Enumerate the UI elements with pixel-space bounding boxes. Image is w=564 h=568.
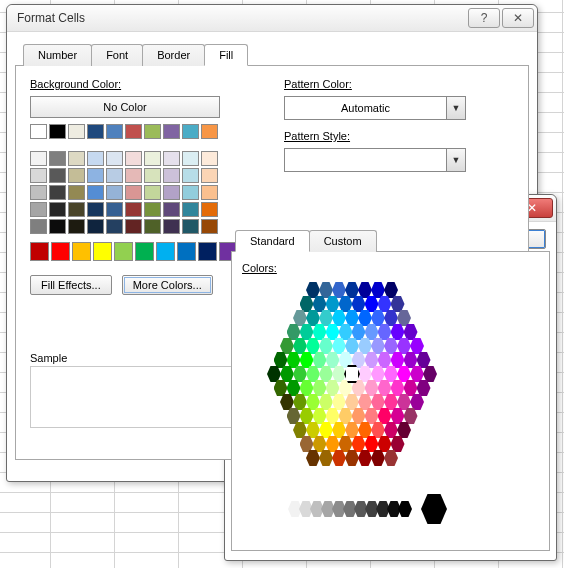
hex-swatch[interactable] [332,394,346,410]
color-swatch[interactable] [106,219,123,234]
color-swatch[interactable] [135,242,154,261]
hex-swatch[interactable] [287,408,301,424]
hex-swatch[interactable] [313,436,327,452]
hex-swatch[interactable] [410,394,424,410]
hex-swatch[interactable] [404,408,418,424]
fill-effects-button[interactable]: Fill Effects... [30,275,112,295]
hex-swatch[interactable] [358,338,372,354]
color-swatch[interactable] [177,242,196,261]
hex-swatch[interactable] [326,408,340,424]
color-swatch[interactable] [49,219,66,234]
color-swatch[interactable] [163,185,180,200]
color-swatch[interactable] [201,151,218,166]
color-swatch[interactable] [93,242,112,261]
hex-swatch[interactable] [313,352,327,368]
hex-swatch[interactable] [384,394,398,410]
color-swatch[interactable] [201,202,218,217]
hex-swatch[interactable] [365,352,379,368]
color-swatch[interactable] [72,242,91,261]
hex-swatch[interactable] [371,282,385,298]
help-button[interactable]: ? [468,8,500,28]
hex-swatch[interactable] [371,338,385,354]
hex-swatch[interactable] [384,282,398,298]
more-colors-button[interactable]: More Colors... [122,275,213,295]
tab-custom[interactable]: Custom [309,230,377,252]
hex-swatch[interactable] [365,380,379,396]
color-swatch[interactable] [163,168,180,183]
hex-swatch[interactable] [306,450,320,466]
color-swatch[interactable] [49,202,66,217]
hex-swatch[interactable] [352,408,366,424]
hex-swatch[interactable] [378,296,392,312]
color-swatch[interactable] [30,124,47,139]
hex-swatch[interactable] [417,380,431,396]
hex-swatch[interactable] [378,352,392,368]
hex-swatch[interactable] [326,296,340,312]
hex-swatch[interactable] [345,422,359,438]
hex-swatch[interactable] [391,324,405,340]
color-swatch[interactable] [201,124,218,139]
color-swatch[interactable] [198,242,217,261]
hex-swatch[interactable] [267,366,281,382]
color-swatch[interactable] [125,185,142,200]
color-swatch[interactable] [68,219,85,234]
hex-swatch[interactable] [378,324,392,340]
color-swatch[interactable] [87,151,104,166]
color-swatch[interactable] [163,124,180,139]
color-swatch[interactable] [182,202,199,217]
hex-swatch[interactable] [358,394,372,410]
close-button[interactable]: ✕ [502,8,534,28]
tab-number[interactable]: Number [23,44,92,66]
hex-swatch[interactable] [404,380,418,396]
hex-swatch[interactable] [332,282,346,298]
color-swatch[interactable] [106,168,123,183]
hex-swatch[interactable] [319,310,333,326]
hex-swatch[interactable] [319,366,333,382]
color-swatch[interactable] [163,202,180,217]
color-swatch[interactable] [144,151,161,166]
color-swatch[interactable] [68,185,85,200]
color-swatch[interactable] [30,168,47,183]
color-swatch[interactable] [87,185,104,200]
hex-swatch[interactable] [345,282,359,298]
hex-swatch[interactable] [352,296,366,312]
hex-swatch[interactable] [319,282,333,298]
hex-swatch[interactable] [345,310,359,326]
color-swatch[interactable] [182,185,199,200]
hex-swatch[interactable] [306,366,320,382]
hex-swatch[interactable] [313,296,327,312]
hex-swatch[interactable] [287,324,301,340]
color-swatch[interactable] [49,124,66,139]
hex-swatch[interactable] [404,324,418,340]
color-swatch[interactable] [114,242,133,261]
hex-swatch[interactable] [365,296,379,312]
color-swatch[interactable] [144,168,161,183]
hex-swatch[interactable] [300,352,314,368]
hex-swatch[interactable] [358,310,372,326]
color-swatch[interactable] [144,185,161,200]
grayscale-row[interactable] [277,494,444,524]
hex-swatch[interactable] [384,422,398,438]
hex-swatch[interactable] [326,380,340,396]
hex-swatch[interactable] [391,352,405,368]
color-swatch[interactable] [144,124,161,139]
color-swatch[interactable] [30,151,47,166]
hex-swatch[interactable] [300,436,314,452]
color-swatch[interactable] [156,242,175,261]
hex-swatch[interactable] [300,408,314,424]
hex-swatch[interactable] [384,310,398,326]
color-swatch[interactable] [30,202,47,217]
color-swatch[interactable] [68,168,85,183]
hex-swatch[interactable] [287,352,301,368]
hex-swatch[interactable] [293,310,307,326]
hex-swatch[interactable] [391,436,405,452]
color-swatch[interactable] [49,168,66,183]
hex-swatch[interactable] [319,450,333,466]
hex-swatch[interactable] [397,422,411,438]
hex-swatch[interactable] [313,380,327,396]
color-swatch[interactable] [87,124,104,139]
hex-swatch[interactable] [397,310,411,326]
hex-swatch[interactable] [371,394,385,410]
hex-swatch[interactable] [274,380,288,396]
hex-swatch[interactable] [371,422,385,438]
